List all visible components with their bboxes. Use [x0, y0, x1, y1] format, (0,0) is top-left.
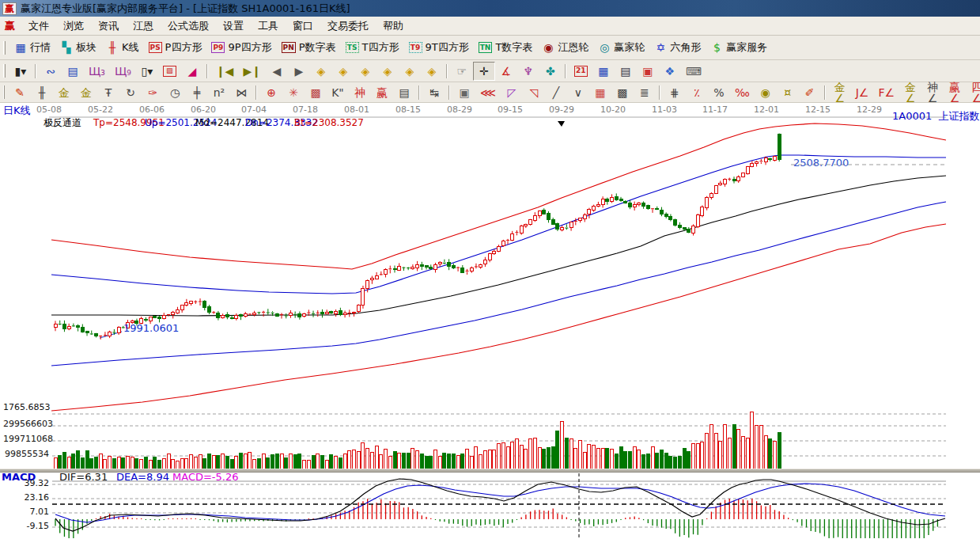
title-bar[interactable]: 赢 赢家江恩专业版[赢家内部服务平台] - [上证指数 SH1A0001-161…: [0, 0, 980, 17]
gann-wheel-button[interactable]: ◉江恩轮: [537, 38, 593, 57]
compress-button[interactable]: ◈: [399, 62, 421, 81]
pattern-button[interactable]: ▨: [158, 62, 181, 81]
menu-item-5[interactable]: 设置: [216, 18, 251, 33]
star-rays-button[interactable]: ✳: [282, 83, 305, 102]
calculator-button[interactable]: ▦: [592, 62, 615, 81]
net-sync-button[interactable]: ❖: [659, 62, 681, 81]
crosshair-button[interactable]: ✛: [473, 62, 495, 81]
zigzag-button[interactable]: ∨: [567, 83, 589, 102]
sectors-button[interactable]: ▚板块: [55, 38, 101, 57]
percent-button[interactable]: %: [708, 83, 730, 102]
scale-bars-button[interactable]: ⋕: [664, 83, 686, 102]
9p-square-button[interactable]: P99P四方形: [206, 38, 276, 57]
gold-angle-button[interactable]: 金∠: [829, 83, 851, 102]
gann-box-button[interactable]: ◹: [523, 83, 545, 102]
last-page-button[interactable]: ▶❙: [238, 62, 266, 81]
gold-comb-1-button[interactable]: 金: [53, 83, 75, 102]
winner-wheel-button[interactable]: ◎赢家轮: [593, 38, 649, 57]
gold-circle-button[interactable]: ◉: [755, 83, 777, 102]
menu-item-6[interactable]: 工具: [251, 18, 286, 33]
prev-button[interactable]: ◀: [266, 62, 288, 81]
si-angle-button[interactable]: 四∠: [966, 83, 980, 102]
box-tool-button[interactable]: ▣: [453, 83, 475, 102]
gold-angle-2-button[interactable]: 金∠: [899, 83, 921, 102]
time-circle-button[interactable]: ◷: [164, 83, 186, 102]
ruler-button[interactable]: ▤: [393, 83, 415, 102]
gann-tool-button[interactable]: ♆: [517, 62, 539, 81]
permille-button[interactable]: ‰: [730, 83, 755, 102]
first-page-button[interactable]: ❙◀: [211, 62, 239, 81]
zoom-area-button[interactable]: ∾: [40, 62, 62, 81]
trend-line-button[interactable]: ╱: [545, 83, 567, 102]
f-angle-button[interactable]: F∠: [873, 83, 899, 102]
win-tool-button[interactable]: 赢: [371, 83, 393, 102]
t-square-button[interactable]: TST四方形: [341, 38, 404, 57]
n-square-button[interactable]: n²: [208, 83, 230, 102]
menu-item-9[interactable]: 帮助: [376, 18, 411, 33]
brush-button[interactable]: ✎: [9, 83, 31, 102]
shen-tool-button[interactable]: 神: [349, 83, 371, 102]
toolbar-grip[interactable]: [3, 64, 6, 78]
quotes-button[interactable]: ▦行情: [9, 38, 55, 57]
9t-square-button[interactable]: T99T四方形: [404, 38, 474, 57]
width-measure-button[interactable]: ↹: [423, 83, 445, 102]
save-button[interactable]: ▣: [637, 62, 659, 81]
spiral-button[interactable]: ↻: [119, 83, 142, 102]
expand-button[interactable]: ◈: [421, 62, 443, 81]
comb-button[interactable]: ╫: [31, 83, 53, 102]
p-square-button[interactable]: PSP四方形: [144, 38, 207, 57]
gold-comb-2-button[interactable]: 金: [75, 83, 97, 102]
zoom-out-h-button[interactable]: ◈: [354, 62, 376, 81]
hexagon-button[interactable]: ✡六角形: [649, 38, 706, 57]
bars-3-button[interactable]: Щ₃: [84, 62, 110, 81]
pan-right-button[interactable]: ◈: [332, 62, 354, 81]
target-button[interactable]: ⊕: [260, 83, 282, 102]
mirror-angle-button[interactable]: ⋈: [230, 83, 252, 102]
calendar-button[interactable]: 21: [569, 62, 592, 81]
k-note-button[interactable]: K": [327, 83, 349, 102]
fan-box-button[interactable]: ◸: [501, 83, 523, 102]
f-comb-button[interactable]: Ŧ: [97, 83, 119, 102]
shen-angle-button[interactable]: 神∠: [921, 83, 944, 102]
menu-item-7[interactable]: 窗口: [286, 18, 320, 33]
web-button[interactable]: ▩: [305, 83, 327, 102]
menu-item-8[interactable]: 交易委托: [320, 18, 376, 33]
next-button[interactable]: ▶: [288, 62, 310, 81]
j-angle-button[interactable]: J∠: [851, 83, 874, 102]
si-angle-icon: 四∠: [971, 85, 980, 99]
menu-item-4[interactable]: 公式选股: [161, 18, 216, 33]
win-angle-button[interactable]: 赢∠: [944, 83, 966, 102]
menu-item-2[interactable]: 资讯: [91, 18, 126, 33]
brush-2-button[interactable]: ✐: [799, 83, 821, 102]
hand-icon: ☞: [456, 64, 468, 78]
histogram-button[interactable]: ◢: [181, 62, 203, 81]
menu-item-1[interactable]: 浏览: [56, 18, 91, 33]
toolbar-grip[interactable]: [3, 85, 5, 99]
toolbar-grip[interactable]: [3, 41, 6, 55]
terminal-button[interactable]: ⌨: [681, 62, 706, 81]
gold-level-button[interactable]: ¤: [777, 83, 799, 102]
pct-tool-button[interactable]: ٪: [686, 83, 708, 102]
grid-red-button[interactable]: ▦: [589, 83, 611, 102]
angle-measure-button[interactable]: ∡: [495, 62, 517, 81]
bars-9-button[interactable]: Щ₉: [110, 62, 136, 81]
comb-2-button[interactable]: ╪: [186, 83, 208, 102]
fan-lines-button[interactable]: ⋘: [475, 83, 501, 102]
marker-button[interactable]: ✑: [142, 83, 164, 102]
menu-item-0[interactable]: 文件: [21, 18, 56, 33]
hand-button[interactable]: ☞: [451, 62, 473, 81]
parallel-button[interactable]: ≣: [634, 83, 656, 102]
p-number-button[interactable]: PNP数字表: [277, 38, 341, 57]
menu-item-3[interactable]: 江恩: [126, 18, 161, 33]
pan-left-button[interactable]: ◈: [310, 62, 332, 81]
report-button[interactable]: ▤: [615, 62, 637, 81]
flower-tool-button[interactable]: ✤: [539, 62, 562, 81]
kline-style-button[interactable]: ▮▾: [9, 62, 32, 81]
info-note-button[interactable]: ▤: [62, 62, 84, 81]
grid-dark-button[interactable]: ▩: [611, 83, 634, 102]
zoom-in-h-button[interactable]: ◈: [376, 62, 399, 81]
candle-type-button[interactable]: ▯▾: [136, 62, 158, 81]
kline-button[interactable]: ╫K线: [101, 38, 144, 57]
t-number-button[interactable]: TNT数字表: [474, 38, 538, 57]
winner-service-button[interactable]: $赢家服务: [706, 38, 772, 57]
